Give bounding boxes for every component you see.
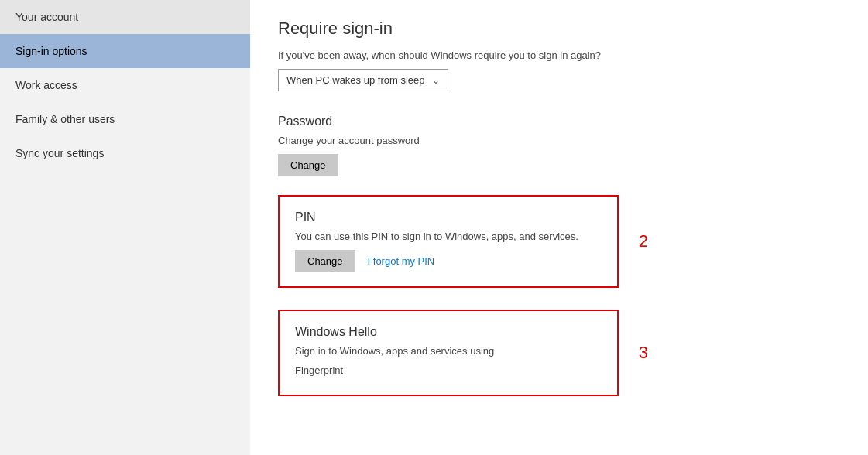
pin-annotation: 2 bbox=[639, 231, 648, 251]
pin-description: You can use this PIN to sign in to Windo… bbox=[295, 231, 602, 242]
sleep-dropdown-wrapper: When PC wakes up from sleep ⌄ bbox=[278, 69, 840, 91]
sidebar-item-sync-settings[interactable]: Sync your settings bbox=[0, 136, 250, 170]
pin-title: PIN bbox=[295, 210, 602, 224]
windows-hello-wrapper: Windows Hello Sign in to Windows, apps a… bbox=[278, 310, 840, 412]
main-content: Require sign-in If you've been away, whe… bbox=[250, 0, 868, 455]
sidebar-item-sign-in-options[interactable]: Sign-in options bbox=[0, 34, 250, 68]
pin-change-button[interactable]: Change bbox=[295, 250, 355, 272]
windows-hello-section: Windows Hello Sign in to Windows, apps a… bbox=[278, 310, 619, 396]
sidebar-item-your-account[interactable]: Your account bbox=[0, 0, 250, 34]
pin-forgot-button[interactable]: I forgot my PIN bbox=[368, 255, 435, 267]
pin-actions: Change I forgot my PIN bbox=[295, 250, 602, 272]
sidebar: Your account Sign-in options Work access… bbox=[0, 0, 250, 455]
password-change-button[interactable]: Change bbox=[278, 154, 338, 176]
pin-section: PIN You can use this PIN to sign in to W… bbox=[278, 195, 619, 288]
sidebar-item-work-access[interactable]: Work access bbox=[0, 68, 250, 102]
require-signin-subtitle: If you've been away, when should Windows… bbox=[278, 50, 840, 61]
require-signin-title: Require sign-in bbox=[278, 19, 840, 39]
password-title: Password bbox=[278, 115, 840, 128]
password-section: Password Change your account password Ch… bbox=[278, 115, 840, 176]
pin-wrapper: PIN You can use this PIN to sign in to W… bbox=[278, 195, 840, 303]
windows-hello-title: Windows Hello bbox=[295, 325, 602, 339]
chevron-down-icon: ⌄ bbox=[432, 75, 440, 86]
windows-hello-description: Sign in to Windows, apps and services us… bbox=[295, 345, 602, 357]
windows-hello-annotation: 3 bbox=[639, 343, 648, 363]
require-signin-section: Require sign-in If you've been away, whe… bbox=[278, 19, 840, 91]
sleep-dropdown[interactable]: When PC wakes up from sleep ⌄ bbox=[278, 69, 448, 91]
windows-hello-sub: Fingerprint bbox=[295, 364, 602, 376]
password-description: Change your account password bbox=[278, 135, 840, 146]
sidebar-item-family-other-users[interactable]: Family & other users bbox=[0, 102, 250, 136]
sleep-dropdown-value: When PC wakes up from sleep bbox=[286, 74, 424, 86]
